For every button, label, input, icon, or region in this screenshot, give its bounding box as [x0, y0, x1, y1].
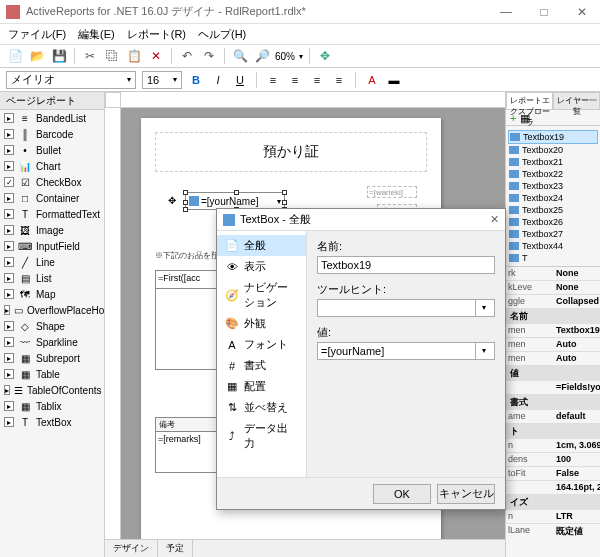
- fontcolor-icon[interactable]: A: [364, 72, 380, 88]
- nav-5[interactable]: #書式: [217, 355, 306, 376]
- fillcolor-icon[interactable]: ▬: [386, 72, 402, 88]
- property-grid[interactable]: rkNonekLeveNoneggleCollapsed名前menTextbox…: [506, 266, 600, 536]
- tree-item-textbox19[interactable]: Textbox19: [508, 130, 598, 144]
- nav-3[interactable]: 🎨外観: [217, 313, 306, 334]
- tool-tablix[interactable]: ▸▦Tablix: [0, 398, 104, 414]
- prop-row[interactable]: nLTR: [506, 510, 600, 524]
- size-select[interactable]: 16▾: [142, 71, 182, 89]
- dropdown-icon[interactable]: ▾: [277, 197, 281, 206]
- minimize-button[interactable]: —: [494, 2, 518, 22]
- tool-chart[interactable]: ▸📊Chart: [0, 158, 104, 174]
- prop-row[interactable]: menTextbox19: [506, 324, 600, 338]
- align-justify-icon[interactable]: ≡: [331, 72, 347, 88]
- prop-row[interactable]: menAuto: [506, 352, 600, 366]
- new-icon[interactable]: 📄: [6, 47, 24, 65]
- tool-shape[interactable]: ▸◇Shape: [0, 318, 104, 334]
- tool-sparkline[interactable]: ▸〰Sparkline: [0, 334, 104, 350]
- status-tab-preview[interactable]: 予定: [158, 540, 193, 557]
- tool-table[interactable]: ▸▦Table: [0, 366, 104, 382]
- copy-icon[interactable]: ⿻: [103, 47, 121, 65]
- tool-barcode[interactable]: ▸║Barcode: [0, 126, 104, 142]
- ok-button[interactable]: OK: [373, 484, 431, 504]
- redo-icon[interactable]: ↷: [200, 47, 218, 65]
- prop-row[interactable]: dens100: [506, 453, 600, 467]
- tool-inputfield[interactable]: ▸⌨InputField: [0, 238, 104, 254]
- dropdown-icon[interactable]: ▾: [475, 300, 491, 316]
- prop-row[interactable]: amedefault: [506, 410, 600, 424]
- align-center-icon[interactable]: ≡: [287, 72, 303, 88]
- textbox-wareki[interactable]: =[warieki]: [367, 186, 417, 198]
- nav-1[interactable]: 👁表示: [217, 256, 306, 277]
- menu-report[interactable]: レポート(R): [127, 27, 186, 42]
- open-icon[interactable]: 📂: [28, 47, 46, 65]
- zoom-in-icon[interactable]: 🔎: [253, 47, 271, 65]
- prop-group[interactable]: 値: [506, 366, 600, 381]
- tree-item-textbox21[interactable]: Textbox21: [508, 156, 598, 168]
- nav-0[interactable]: 📄全般: [217, 235, 306, 256]
- cut-icon[interactable]: ✂: [81, 47, 99, 65]
- cancel-button[interactable]: キャンセル: [437, 484, 495, 504]
- tree-item-t[interactable]: T: [508, 252, 598, 264]
- value-input[interactable]: =[yourName]▾: [317, 342, 495, 360]
- prop-group[interactable]: 書式: [506, 395, 600, 410]
- prop-row[interactable]: rkNone: [506, 267, 600, 281]
- move-handle-icon[interactable]: ✥: [168, 195, 176, 206]
- menu-help[interactable]: ヘルプ(H): [198, 27, 246, 42]
- prop-group[interactable]: ト: [506, 424, 600, 439]
- prop-row[interactable]: lLane既定値: [506, 524, 600, 536]
- name-input[interactable]: Textbox19: [317, 256, 495, 274]
- italic-icon[interactable]: I: [210, 72, 226, 88]
- tool-container[interactable]: ▸□Container: [0, 190, 104, 206]
- tooltip-input[interactable]: ▾: [317, 299, 495, 317]
- dialog-close-button[interactable]: ✕: [490, 213, 499, 226]
- report-title[interactable]: 預かり証: [155, 132, 427, 172]
- underline-icon[interactable]: U: [232, 72, 248, 88]
- tool-checkbox[interactable]: ✓☑CheckBox: [0, 174, 104, 190]
- zoom-out-icon[interactable]: 🔍: [231, 47, 249, 65]
- nav-7[interactable]: ⇅並べ替え: [217, 397, 306, 418]
- tool-textbox[interactable]: ▸TTextBox: [0, 414, 104, 430]
- tool-bullet[interactable]: ▸•Bullet: [0, 142, 104, 158]
- nav-2[interactable]: 🧭ナビゲーション: [217, 277, 306, 313]
- menu-edit[interactable]: 編集(E): [78, 27, 115, 42]
- tree-item-textbox22[interactable]: Textbox22: [508, 168, 598, 180]
- tab-layers[interactable]: レイヤー一覧: [553, 92, 600, 110]
- tree-item-textbox26[interactable]: Textbox26: [508, 216, 598, 228]
- prop-row[interactable]: n1cm, 3.069167: [506, 439, 600, 453]
- tool-formattedtext[interactable]: ▸TFormattedText: [0, 206, 104, 222]
- tree-item-textbox25[interactable]: Textbox25: [508, 204, 598, 216]
- delete-icon[interactable]: ✕: [147, 47, 165, 65]
- undo-icon[interactable]: ↶: [178, 47, 196, 65]
- align-left-icon[interactable]: ≡: [265, 72, 281, 88]
- tab-report-explorer[interactable]: レポートエクスプローラ: [506, 92, 553, 110]
- save-icon[interactable]: 💾: [50, 47, 68, 65]
- dropdown-icon[interactable]: ▾: [475, 343, 491, 359]
- close-button[interactable]: ✕: [570, 2, 594, 22]
- tree-item-textbox23[interactable]: Textbox23: [508, 180, 598, 192]
- paste-icon[interactable]: 📋: [125, 47, 143, 65]
- bold-icon[interactable]: B: [188, 72, 204, 88]
- prop-row[interactable]: =Fields!yourN...: [506, 381, 600, 395]
- status-tab-design[interactable]: デザイン: [105, 540, 158, 557]
- tool-line[interactable]: ▸╱Line: [0, 254, 104, 270]
- tool-bandedlist[interactable]: ▸≡BandedList: [0, 110, 104, 126]
- nav-8[interactable]: ⤴データ出力: [217, 418, 306, 454]
- font-select[interactable]: メイリオ▾: [6, 71, 136, 89]
- nav-4[interactable]: Aフォント: [217, 334, 306, 355]
- tree-item-textbox27[interactable]: Textbox27: [508, 228, 598, 240]
- layer-icon[interactable]: ▦: [520, 112, 530, 123]
- prop-group[interactable]: 名前: [506, 309, 600, 324]
- tree-item-textbox24[interactable]: Textbox24: [508, 192, 598, 204]
- prop-group[interactable]: イズ: [506, 495, 600, 510]
- move-icon[interactable]: ✥: [316, 47, 334, 65]
- maximize-button[interactable]: □: [532, 2, 556, 22]
- tool-overflowplaceholder[interactable]: ▸▭OverflowPlaceHolder: [0, 302, 104, 318]
- add-icon[interactable]: +: [510, 112, 516, 123]
- menu-file[interactable]: ファイル(F): [8, 27, 66, 42]
- tree-item-textbox20[interactable]: Textbox20: [508, 144, 598, 156]
- align-right-icon[interactable]: ≡: [309, 72, 325, 88]
- explorer-tree[interactable]: Textbox19Textbox20Textbox21Textbox22Text…: [506, 126, 600, 266]
- prop-row[interactable]: 164.16pt, 22.5p: [506, 481, 600, 495]
- prop-row[interactable]: kLeveNone: [506, 281, 600, 295]
- tool-image[interactable]: ▸🖼Image: [0, 222, 104, 238]
